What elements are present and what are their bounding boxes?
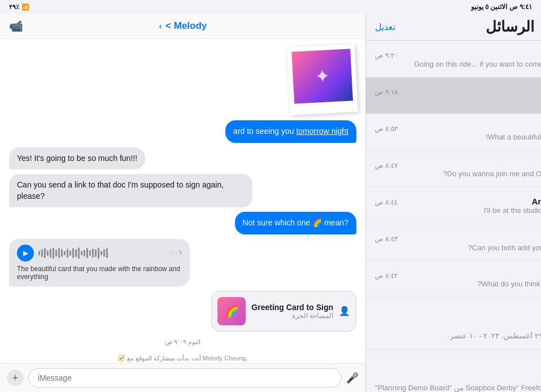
outgoing-bubble-2: Not sure which one 🌈 mean? [235,212,356,234]
conv-top-9: Team Zoetrope [375,374,541,384]
conv-item-rigo-rangel[interactable]: Rigo Rangel ٣١ أغسطس، ٢٠١٨ - ٢٩ أغسطس، ٢… [366,313,541,350]
greeting-card-person-icon: 👤 [339,306,350,316]
conv-content-team-zoetrope: Team Zoetrope رابط: تمت مشاركة "Soapbox … [375,374,541,392]
audio-waveform [38,246,165,260]
edit-button[interactable]: تعديل [375,21,395,32]
message-row-4: Not sure which one 🌈 mean? [9,212,356,234]
input-bar: + 🎤 [0,363,365,392]
incoming-bubble-1: Yes! It's going to be so much fun!!! [9,147,145,170]
conv-item-melody-cheung[interactable]: Melody Cheung ٩:١٨ ص تم طلب الموقع [366,77,541,114]
conv-content-olivia-rico: Olivia Rico ٨:٥٣ ص 🙂🌈 What a beautiful d… [375,123,541,141]
conv-preview-3: 🙂🌈 What a beautiful day, sunshine! [375,133,541,141]
add-button[interactable]: + [7,369,24,386]
polaroid-photo [287,44,358,115]
messages-list-panel: ✏️ الرسائل تعديل Melody و Olivia ٩ [366,14,541,392]
conv-top-3: Olivia Rico ٨:٥٣ ص [375,123,541,133]
chat-title: ‹ < Melody [159,20,207,32]
conv-top-8: Rigo Rangel [375,322,541,332]
conv-name-5: Antonio Manriquez [531,197,541,206]
system-message-time: اليوم ٩:٠٩ ص [9,336,356,348]
conv-content-danny-rico: Danny Rico ٨:٤٢ ص What do you think of t… [375,270,541,288]
audio-duration: ٠:٠٦ [170,249,182,256]
status-bar: ٢٩٪ 📶 ٩:٤١ ص الاثنين ٥ يونيو [0,0,541,14]
section-header-tuesday: الثلاثاء [366,350,541,365]
conv-preview-9: رابط: تمت مشاركة "Soapbox Derby" Freefor… [375,384,541,392]
conv-content-rigo-rangel: Rigo Rangel ٣١ أغسطس، ٢٠١٨ - ٢٩ أغسطس، ٢… [375,322,541,340]
message-row-2: Yes! It's going to be so much fun!!! [9,147,356,170]
conv-content-rody-albuerne: Rody Albuerne ٨:٤٧ ص Do you wanna join m… [375,160,541,178]
main-container: 📹 ‹ < Melody ard to seeing you tomorrow … [0,14,541,392]
greeting-card-row: 🌈 Greeting Card to Sign المساحة الحرة 👤 [9,291,356,332]
conv-time-5: ٨:٤٤ ص [375,198,398,206]
conv-preview-7: What do you think of the latest episode? [375,280,541,288]
conv-preview: Going on this ride... if you want to com… [375,60,541,68]
conv-content-melody-olivia: Melody و Olivia ٩:٢٠ ص Going on this rid… [375,50,541,68]
conv-time-6: ٨:٤٣ ص [375,235,398,243]
conv-time-7: ٨:٤٢ ص [375,272,398,280]
video-call-icon[interactable]: 📹 [9,19,23,33]
battery-indicator: ٢٩٪ [9,3,19,11]
conv-time-3: ٨:٥٣ ص [375,125,398,133]
audio-message-row: ▶ [9,239,356,286]
conv-content-antonio-manriquez: Antonio Manriquez ٨:٤٤ ص I'll be at the … [375,197,541,215]
outgoing-bubble-1: ard to seeing you tomorrow night [225,120,356,143]
conv-item-rody-albuerne[interactable]: Rody Albuerne ٨:٤٧ ص Do you wanna join m… [366,151,541,188]
message-input[interactable] [28,368,342,387]
audio-caption: The beautiful card that you made with th… [17,265,182,281]
conv-content-rigo-olivia: Rigo و Olivia ٨:٤٣ ص Can you both add yo… [375,233,541,252]
greeting-card-title: Greeting Card to Sign [251,303,333,312]
microphone-icon[interactable]: 🎤 [346,372,359,384]
section-header-thursday: الخميس [366,298,541,313]
chat-header: 📹 ‹ < Melody [0,14,365,39]
status-bar-datetime: ٩:٤١ ص الاثنين ٥ يونيو [471,3,532,11]
conv-item-danny-rico[interactable]: Danny Rico ٨:٤٢ ص What do you think of t… [366,261,541,298]
audio-message: ▶ [9,239,190,286]
conv-content-melody-cheung: Melody Cheung ٩:١٨ ص تم طلب الموقع [375,86,541,104]
conv-preview-4: Do you wanna join me and Oli for 🐻🥞 brea… [375,169,541,178]
conv-top-5: Antonio Manriquez ٨:٤٤ ص [375,197,541,206]
conv-top-2: Melody Cheung ٩:١٨ ص [375,86,541,96]
conv-item-rigo-olivia[interactable]: Rigo و Olivia ٨:٤٣ ص Can you both add yo… [366,224,541,261]
conv-top: Melody و Olivia ٩:٢٠ ص [375,50,541,60]
conv-item-team-zoetrope[interactable]: 🎬 Team Zoetrope رابط: تمت مشاركة "Soapbo… [366,365,541,392]
conv-preview-2: تم طلب الموقع [375,96,541,104]
conv-preview-5: I'll be at the studio a few minutes earl… [375,206,541,215]
conv-preview-8: ٣١ أغسطس، ٢٠١٨ - ٢٩ أغسطس، ٢٠٢٣ - ١٠ عنص… [375,332,541,340]
message-row-3: Can you send a link to that doc I'm supp… [9,174,356,207]
conv-time-2: ٩:١٨ ص [375,88,398,96]
status-bar-left: ٢٩٪ 📶 [9,3,29,11]
system-message-location: 🧭 أنت بدأت بمشاركة الموقع مع Melody Cheu… [9,352,356,363]
messages-list-title: الرسائل [486,18,534,36]
play-button[interactable]: ▶ [17,245,34,262]
chat-panel: 📹 ‹ < Melody ard to seeing you tomorrow … [0,14,366,392]
conv-top-7: Danny Rico ٨:٤٢ ص [375,270,541,280]
message-row-1: ard to seeing you tomorrow night [9,120,356,143]
image-message [9,46,356,114]
wifi-icon: 📶 [21,3,29,11]
conv-item-antonio-manriquez[interactable]: Antonio Manriquez ٨:٤٤ ص I'll be at the … [366,188,541,224]
back-chevron[interactable]: ‹ [159,21,162,31]
greeting-card-thumbnail: 🌈 [217,297,246,325]
list-header: ✏️ الرسائل تعديل [366,14,541,41]
audio-controls: ▶ [17,245,182,262]
greeting-card-info: Greeting Card to Sign المساحة الحرة [251,303,333,320]
conv-top-6: Rigo و Olivia ٨:٤٣ ص [375,233,541,243]
conv-preview-6: Can you both add your comments, please? [375,243,541,252]
conv-top-4: Rody Albuerne ٨:٤٧ ص [375,160,541,169]
conv-item-melody-olivia[interactable]: Melody و Olivia ٩:٢٠ ص Going on this rid… [366,41,541,77]
messages-area: ard to seeing you tomorrow night Yes! It… [0,39,365,363]
conv-time: ٩:٢٠ ص [375,51,398,59]
greeting-card-bubble[interactable]: 🌈 Greeting Card to Sign المساحة الحرة 👤 [211,291,356,332]
conv-item-olivia-rico[interactable]: Olivia Rico ٨:٥٣ ص 🙂🌈 What a beautiful d… [366,114,541,151]
conv-time-4: ٨:٤٧ ص [375,162,398,169]
incoming-bubble-2: Can you send a link to that doc I'm supp… [9,174,252,207]
conversations-list: Melody و Olivia ٩:٢٠ ص Going on this rid… [366,41,541,392]
greeting-card-subtitle: المساحة الحرة [251,312,333,320]
